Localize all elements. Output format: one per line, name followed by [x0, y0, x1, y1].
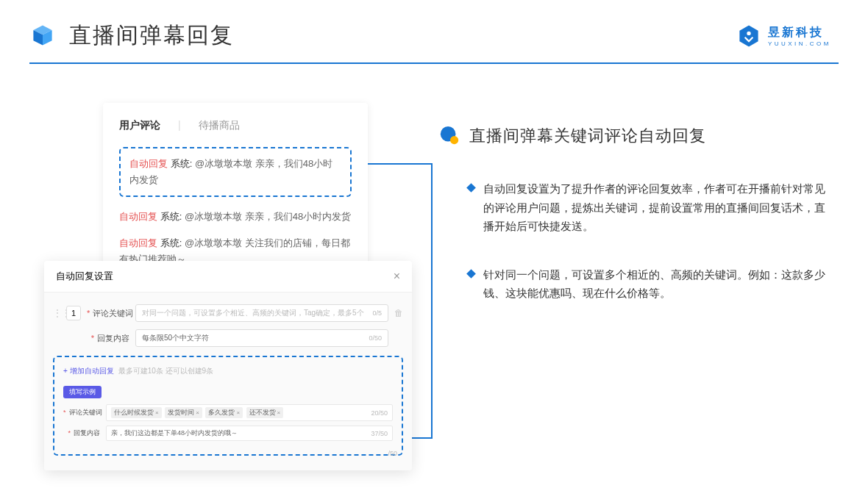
add-hint: 最多可建10条 还可以创建9条: [118, 366, 213, 376]
comment-text-2: @冰墩墩本墩 亲亲，我们48小时内发货: [185, 211, 351, 222]
brand-sub: YUUXIN.COM: [768, 40, 831, 47]
counter: 0/50: [369, 334, 382, 342]
section-header: 直播间弹幕关键词评论自动回复: [438, 125, 828, 147]
modal-title: 自动回复设置: [56, 270, 113, 283]
keyword-row: ⋮⋮ 1 *评论关键词 对同一个问题，可设置多个相近、高频的关键词，Tag确定，…: [53, 304, 403, 322]
auto-reply-tag: 自动回复: [129, 158, 168, 169]
example-content-label: 回复内容: [74, 429, 100, 437]
connector-line: [368, 163, 433, 165]
counter: 20/50: [371, 409, 388, 417]
brand-name: 昱新科技: [768, 25, 824, 40]
cube-icon: [29, 23, 56, 49]
diamond-icon: [466, 183, 476, 193]
content-label: 回复内容: [97, 334, 129, 342]
page-title: 直播间弹幕回复: [69, 21, 234, 51]
auto-reply-settings-modal: 自动回复设置 × ⋮⋮ 1 *评论关键词 对同一个问题，可设置多个相近、高频的关…: [44, 261, 412, 470]
comment-row: 自动回复 系统: @冰墩墩本墩 亲亲，我们48小时内发货: [119, 209, 352, 225]
comment-tabs: 用户评论 | 待播商品: [119, 119, 352, 132]
modal-header: 自动回复设置 ×: [44, 261, 412, 293]
content-row: *回复内容 每条限50个中文字符 0/50: [53, 329, 403, 347]
keyword-tag: 多久发货×: [205, 407, 243, 418]
keyword-label: 评论关键词: [93, 309, 133, 317]
auto-reply-tag: 自动回复: [119, 211, 157, 222]
header-divider: [29, 62, 839, 64]
bullet-item: 针对同一个问题，可设置多个相近的、高频的关键词。例如：这款多少钱、这块能优惠吗、…: [438, 265, 828, 303]
example-keyword-input[interactable]: 什么时候发货× 发货时间× 多久发货× 还不发货× 20/50: [106, 404, 393, 421]
keyword-tag: 什么时候发货×: [111, 407, 162, 418]
system-label: 系统:: [171, 158, 193, 169]
close-icon[interactable]: ×: [394, 270, 400, 283]
bullet-text-1: 自动回复设置为了提升作者的评论回复效率，作者可在开播前针对常见的评论用户问题，提…: [483, 179, 828, 236]
highlighted-comment: 自动回复 系统: @冰墩墩本墩 亲亲，我们48小时内发货: [119, 147, 352, 197]
keyword-tag: 发货时间×: [165, 407, 202, 418]
content-section: 直播间弹幕关键词评论自动回复 自动回复设置为了提升作者的评论回复效率，作者可在开…: [438, 125, 828, 332]
svg-point-5: [450, 136, 458, 144]
connector-line: [431, 163, 433, 439]
bottom-counter: /50: [388, 450, 397, 457]
content-input[interactable]: 每条限50个中文字符 0/50: [135, 329, 388, 347]
bullet-item: 自动回复设置为了提升作者的评论回复效率，作者可在开播前针对常见的评论用户问题，提…: [438, 179, 828, 236]
counter: 37/50: [371, 430, 388, 437]
tab-user-comments[interactable]: 用户评论: [119, 119, 160, 132]
tab-products[interactable]: 待播商品: [199, 119, 240, 132]
example-badge: 填写示例: [63, 386, 102, 398]
keyword-input[interactable]: 对同一个问题，可设置多个相近、高频的关键词，Tag确定，最多5个 0/5: [135, 304, 388, 322]
svg-point-3: [747, 31, 750, 35]
counter: 0/5: [372, 309, 382, 317]
trash-icon[interactable]: 🗑: [394, 308, 403, 318]
brand-logo: 昱新科技 YUUXIN.COM: [736, 23, 831, 49]
chat-bubble-icon: [438, 125, 460, 147]
system-label: 系统:: [160, 211, 182, 222]
tab-divider: |: [178, 119, 181, 132]
auto-reply-tag: 自动回复: [119, 237, 157, 248]
diamond-icon: [466, 269, 476, 279]
drag-handle-icon[interactable]: ⋮⋮: [53, 308, 60, 318]
row-number: 1: [66, 306, 81, 320]
example-content-input[interactable]: 亲，我们这边都是下单48小时内发货的哦～ 37/50: [106, 426, 393, 441]
page-header: 直播间弹幕回复 昱新科技 YUUXIN.COM: [0, 0, 868, 51]
section-title: 直播间弹幕关键词评论自动回复: [469, 125, 706, 147]
keyword-tag: 还不发货×: [246, 407, 284, 418]
add-auto-reply-link[interactable]: + 增加自动回复 最多可建10条 还可以创建9条: [63, 366, 393, 376]
bullet-text-2: 针对同一个问题，可设置多个相近的、高频的关键词。例如：这款多少钱、这块能优惠吗、…: [483, 265, 828, 303]
system-label: 系统:: [160, 237, 182, 248]
example-section: + 增加自动回复 最多可建10条 还可以创建9条 填写示例 *评论关键词 什么时…: [53, 356, 403, 456]
example-keyword-label: 评论关键词: [69, 409, 102, 416]
brand-icon: [736, 23, 762, 49]
